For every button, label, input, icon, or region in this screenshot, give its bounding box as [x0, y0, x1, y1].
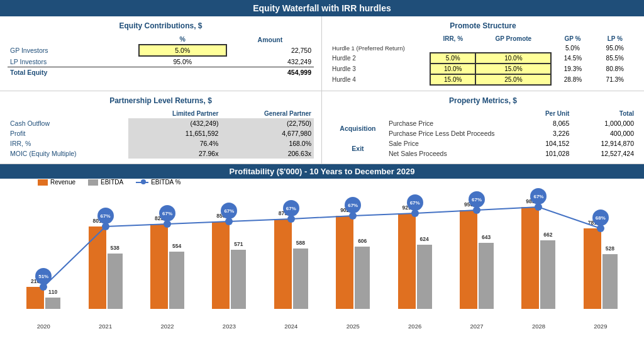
table-row: Acquisition Purchase Price 8,065 1,000,0… [330, 118, 636, 128]
property-title: Property Metrics, $ [330, 96, 636, 105]
ebitda-bar: 606 [355, 247, 370, 309]
x-axis-label: 2029 [570, 323, 631, 330]
table-row: Exit Sale Price 104,152 12,914,870 [330, 138, 636, 148]
table-row: Total Equity 454,999 [8, 67, 314, 78]
pct-bubble: 68% [592, 209, 609, 226]
x-axis-label: 2027 [446, 323, 508, 330]
legend-ebitda-pct-label: EBITDA % [151, 179, 180, 186]
revenue-bar: 825 [150, 224, 168, 309]
pct-bubble: 67% [221, 203, 237, 219]
ebitda-bar: 538 [108, 254, 123, 309]
ebitda-pct-line [136, 182, 148, 183]
x-axis-label: 2024 [260, 323, 322, 330]
legend-ebitda-pct: EBITDA % [136, 179, 180, 186]
legend-revenue: Revenue [38, 179, 75, 186]
year-group: 67%875588 [260, 189, 322, 309]
revenue-bar: 956 [460, 210, 477, 309]
legend-revenue-label: Revenue [50, 179, 75, 186]
revenue-bar: 216 [26, 287, 44, 309]
year-group: 51%216110 [13, 189, 74, 309]
revenue-bar: 875 [274, 219, 292, 309]
pct-bubble: 67% [345, 197, 361, 213]
partnership-returns-section: Partnership Level Returns, $ Limited Par… [0, 91, 322, 164]
ebitda-bar: 528 [602, 254, 618, 309]
equity-table: % Amount GP Investors 5.0% 22,750 LP Inv… [8, 34, 314, 77]
revenue-bar: 801 [89, 226, 106, 309]
table-row: Profit 11,651,592 4,677,980 [8, 128, 314, 138]
revenue-color [38, 179, 48, 186]
table-row: LP Investors 95.0% 432,249 [8, 56, 314, 67]
pct-bubble: 67% [97, 208, 114, 224]
partnership-table: Limited Partner General Partner Cash Out… [8, 109, 314, 159]
year-group: 68%781528 [570, 189, 631, 309]
table-row: Cash Outflow (432,249) (22,750) [8, 118, 314, 128]
table-row: Hurdle 2 5.0% 10.0% 14.5% 85.5% [330, 53, 636, 64]
revenue-bar: 850 [212, 221, 230, 309]
promote-table: IRR, % GP Promote GP % LP % Hurdle 1 (Pr… [330, 34, 636, 86]
table-row: Hurdle 1 (Preferred Return) 5.0% 95.0% [330, 43, 636, 53]
table-row: IRR, % 76.4% 168.0% [8, 138, 314, 148]
pct-bubble: 67% [159, 205, 175, 221]
partnership-title: Partnership Level Returns, $ [8, 96, 314, 105]
ebitda-bar: 662 [540, 240, 555, 309]
promote-title: Promote Structure [330, 21, 636, 30]
x-axis-label: 2028 [508, 323, 569, 330]
table-row: MOIC (Equity Multiple) 27.96x 206.63x [8, 148, 314, 159]
chart-legend: Revenue EBITDA EBITDA % [38, 179, 631, 186]
equity-contributions-section: Equity Contributions, $ % Amount GP Inve… [0, 16, 322, 91]
ebitda-bar: 588 [293, 249, 308, 309]
revenue-bar: 985 [521, 207, 539, 309]
x-axis-label: 2023 [198, 323, 260, 330]
pct-bubble: 67% [530, 188, 547, 204]
year-group: 67%825554 [136, 189, 198, 309]
main-title: Equity Waterfall with IRR hurdles [0, 0, 644, 16]
profitability-title: Profitability ($'000) - 10 Years to Dece… [0, 164, 644, 179]
year-group: 67%985662 [508, 189, 569, 309]
revenue-bar: 781 [584, 228, 601, 309]
x-axis-label: 2022 [136, 323, 198, 330]
promote-structure-section: Promote Structure IRR, % GP Promote GP %… [322, 16, 644, 91]
pct-bubble: 67% [469, 191, 485, 208]
ebitda-bar: 554 [169, 252, 184, 309]
ebitda-bar: 571 [231, 250, 246, 309]
x-axis-label: 2020 [13, 323, 74, 330]
year-group: 67%956643 [446, 189, 508, 309]
property-table: Per Unit Total Acquisition Purchase Pric… [330, 109, 636, 159]
year-group: 67%929624 [384, 189, 445, 309]
x-axis-label: 2026 [384, 323, 445, 330]
x-axis-label: 2021 [74, 323, 136, 330]
pct-bubble: 51% [35, 268, 52, 284]
equity-title: Equity Contributions, $ [8, 21, 314, 30]
year-group: 67%902606 [322, 189, 384, 309]
property-metrics-section: Property Metrics, $ Per Unit Total Acqui… [322, 91, 644, 164]
revenue-bar: 902 [336, 216, 353, 309]
pct-bubble: 67% [283, 200, 299, 216]
pct-bubble: 67% [407, 194, 423, 211]
legend-ebitda-label: EBITDA [101, 179, 123, 186]
ebitda-bar: 624 [417, 245, 432, 309]
x-axis-label: 2025 [322, 323, 384, 330]
table-row: Hurdle 4 15.0% 25.0% 28.8% 71.3% [330, 74, 636, 85]
ebitda-bar: 643 [479, 243, 494, 309]
table-row: GP Investors 5.0% 22,750 [8, 45, 314, 56]
year-group: 67%801538 [74, 189, 136, 309]
x-axis: 2020202120222023202420252026202720282029 [13, 323, 631, 330]
legend-ebitda: EBITDA [88, 179, 123, 186]
revenue-bar: 929 [398, 213, 416, 309]
chart-area: Revenue EBITDA EBITDA % 51%21611067%8015… [0, 179, 644, 339]
year-group: 67%850571 [198, 189, 260, 309]
ebitda-color [88, 179, 98, 186]
table-row: Hurdle 3 10.0% 15.0% 19.3% 80.8% [330, 64, 636, 74]
ebitda-bar: 110 [45, 298, 60, 309]
